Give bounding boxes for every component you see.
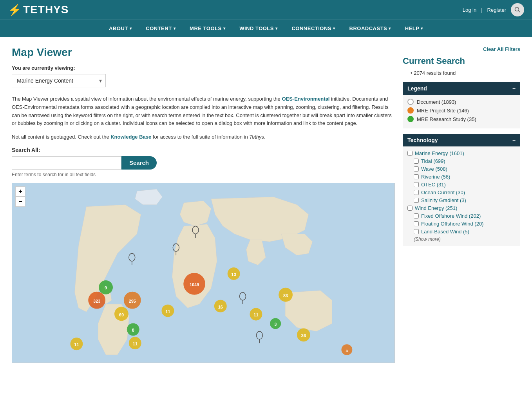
nav-help[interactable]: HELP ▾ bbox=[398, 20, 430, 37]
header-right: Log in | Register bbox=[463, 3, 524, 16]
svg-text:11: 11 bbox=[165, 309, 170, 314]
filter-floating-offshore-wind: Floating Offshore Wind (20) bbox=[414, 221, 516, 227]
floating-offshore-wind-link[interactable]: Floating Offshore Wind (20) bbox=[421, 221, 483, 227]
filter-otec: OTEC (31) bbox=[414, 182, 516, 188]
legend-document-label: Document (1893) bbox=[417, 99, 456, 105]
svg-text:69: 69 bbox=[119, 312, 124, 317]
viewer-select[interactable]: Marine Energy Content bbox=[12, 74, 106, 87]
viewing-label: You are currently viewing: bbox=[12, 65, 395, 71]
legend-collapse-icon: − bbox=[512, 85, 516, 92]
salinity-gradient-checkbox[interactable] bbox=[414, 198, 419, 203]
legend-body: Document (1893) MRE Project Site (146) M… bbox=[403, 95, 520, 128]
technology-header[interactable]: Technology − bbox=[403, 134, 520, 146]
logo-icon: ⚡ bbox=[8, 4, 22, 16]
document-icon bbox=[407, 99, 414, 105]
wind-energy-checkbox[interactable] bbox=[407, 206, 413, 211]
svg-text:3: 3 bbox=[274, 322, 277, 327]
map-zoom-controls: + − bbox=[15, 186, 25, 207]
salinity-gradient-link[interactable]: Salinity Gradient (3) bbox=[421, 197, 466, 203]
floating-offshore-wind-checkbox[interactable] bbox=[414, 221, 419, 226]
otec-link[interactable]: OTEC (31) bbox=[421, 182, 446, 188]
wave-checkbox[interactable] bbox=[414, 166, 419, 172]
marine-energy-children: Tidal (699) Wave (508) Riverine (56) OTE… bbox=[407, 158, 516, 203]
main-content: Map Viewer You are currently viewing: Ma… bbox=[0, 37, 532, 372]
filter-land-based-wind: Land-Based Wind (5) bbox=[414, 229, 516, 235]
land-based-wind-link[interactable]: Land-Based Wind (5) bbox=[421, 229, 469, 235]
nav-content[interactable]: CONTENT ▾ bbox=[139, 20, 183, 37]
chevron-down-icon: ▾ bbox=[130, 26, 132, 31]
chevron-down-icon: ▾ bbox=[174, 26, 176, 31]
svg-text:83: 83 bbox=[283, 293, 288, 298]
login-link[interactable]: Log in bbox=[463, 7, 476, 13]
land-based-wind-checkbox[interactable] bbox=[414, 229, 419, 234]
mre-project-icon bbox=[407, 107, 414, 114]
oes-environmental-link[interactable]: OES-Environmental bbox=[282, 96, 329, 102]
legend-mre-project-label: MRE Project Site (146) bbox=[417, 108, 469, 114]
riverine-checkbox[interactable] bbox=[414, 174, 419, 179]
nav-connections[interactable]: CONNECTIONS ▾ bbox=[284, 20, 342, 37]
zoom-out-button[interactable]: − bbox=[15, 197, 25, 207]
technology-body: Marine Energy (1601) Tidal (699) Wave (5… bbox=[403, 146, 520, 246]
filter-marine-energy: Marine Energy (1601) bbox=[407, 150, 516, 156]
map-container[interactable]: + − bbox=[12, 183, 395, 363]
filter-salinity-gradient: Salinity Gradient (3) bbox=[414, 197, 516, 203]
svg-text:9: 9 bbox=[105, 285, 107, 290]
marine-energy-checkbox[interactable] bbox=[407, 151, 413, 156]
svg-text:11: 11 bbox=[253, 312, 258, 317]
wave-link[interactable]: Wave (508) bbox=[421, 166, 447, 172]
tidal-checkbox[interactable] bbox=[414, 159, 419, 164]
svg-text:11: 11 bbox=[74, 342, 79, 347]
nav-mre-tools[interactable]: MRE TOOLS ▾ bbox=[183, 20, 232, 37]
show-more-button[interactable]: (Show more) bbox=[407, 237, 516, 242]
chevron-down-icon: ▾ bbox=[275, 26, 278, 31]
main-nav: ABOUT ▾ CONTENT ▾ MRE TOOLS ▾ WIND TOOLS… bbox=[0, 20, 532, 37]
filter-ocean-current: Ocean Current (30) bbox=[414, 190, 516, 195]
technology-section: Technology − Marine Energy (1601) Tidal … bbox=[403, 134, 520, 246]
search-button[interactable]: Search bbox=[121, 156, 157, 170]
chevron-down-icon: ▾ bbox=[333, 26, 335, 31]
ocean-current-link[interactable]: Ocean Current (30) bbox=[421, 190, 465, 195]
page-title: Map Viewer bbox=[12, 46, 395, 59]
wind-energy-link[interactable]: Wind Energy (251) bbox=[415, 205, 457, 211]
left-panel: Map Viewer You are currently viewing: Ma… bbox=[12, 46, 395, 363]
nav-broadcasts[interactable]: BROADCASTS ▾ bbox=[342, 20, 398, 37]
nav-wind-tools[interactable]: WIND TOOLS ▾ bbox=[232, 20, 284, 37]
svg-text:1049: 1049 bbox=[190, 282, 199, 287]
svg-line-1 bbox=[519, 11, 520, 13]
register-link[interactable]: Register bbox=[487, 7, 506, 13]
description-paragraph-1: The Map Viewer provides a spatial view o… bbox=[12, 95, 395, 128]
fixed-offshore-wind-checkbox[interactable] bbox=[414, 213, 419, 218]
header-search-button[interactable] bbox=[511, 3, 524, 16]
chevron-down-icon: ▾ bbox=[421, 26, 423, 31]
results-found: 2074 results found bbox=[403, 70, 520, 76]
chevron-down-icon: ▾ bbox=[223, 26, 226, 31]
search-all-label: Search All: bbox=[12, 147, 395, 153]
technology-title: Technology bbox=[407, 137, 438, 143]
fixed-offshore-wind-link[interactable]: Fixed Offshore Wind (202) bbox=[421, 213, 481, 219]
svg-text:36: 36 bbox=[301, 333, 306, 338]
legend-header[interactable]: Legend − bbox=[403, 82, 520, 95]
riverine-link[interactable]: Riverine (56) bbox=[421, 174, 450, 180]
legend-mre-research-label: MRE Research Study (35) bbox=[417, 116, 476, 122]
svg-text:3: 3 bbox=[346, 348, 348, 353]
otec-checkbox[interactable] bbox=[414, 182, 419, 187]
filter-tidal: Tidal (699) bbox=[414, 158, 516, 164]
nav-about[interactable]: ABOUT ▾ bbox=[102, 20, 139, 37]
clear-filters-button[interactable]: Clear All Filters bbox=[403, 46, 520, 52]
ocean-current-checkbox[interactable] bbox=[414, 190, 419, 195]
filter-wind-energy: Wind Energy (251) bbox=[407, 205, 516, 211]
filter-riverine: Riverine (56) bbox=[414, 174, 516, 180]
legend-section: Legend − Document (1893) MRE Project Sit… bbox=[403, 82, 520, 128]
zoom-in-button[interactable]: + bbox=[15, 186, 25, 197]
search-hint: Enter terms to search for in all text fi… bbox=[12, 172, 395, 177]
mre-research-icon bbox=[407, 116, 414, 122]
svg-text:323: 323 bbox=[93, 299, 100, 303]
current-search-title: Current Search bbox=[403, 56, 520, 66]
knowledge-base-link[interactable]: Knowledge Base bbox=[110, 134, 151, 140]
marine-energy-link[interactable]: Marine Energy (1601) bbox=[415, 150, 464, 156]
tidal-link[interactable]: Tidal (699) bbox=[421, 158, 445, 164]
svg-text:295: 295 bbox=[129, 299, 136, 303]
svg-text:13: 13 bbox=[232, 272, 236, 277]
technology-collapse-icon: − bbox=[512, 137, 516, 143]
search-input[interactable] bbox=[12, 156, 121, 170]
